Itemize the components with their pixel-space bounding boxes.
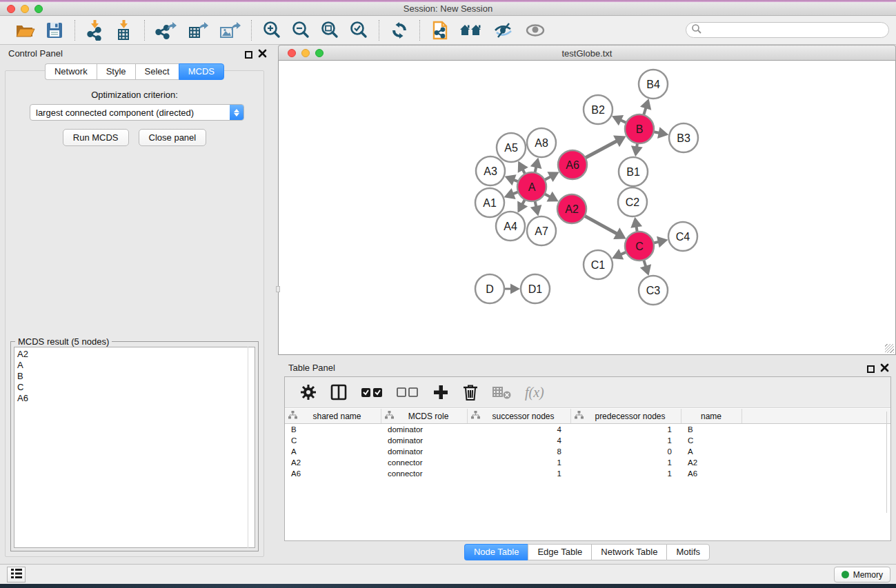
- graph-node-B2[interactable]: B2: [584, 95, 613, 124]
- tab-network[interactable]: Network: [45, 63, 97, 80]
- graph-node-A1[interactable]: A1: [475, 188, 504, 217]
- column-header-successor-nodes[interactable]: successor nodes: [468, 409, 571, 423]
- mcds-result-item[interactable]: A6: [17, 393, 255, 404]
- graph-node-C2[interactable]: C2: [618, 187, 647, 216]
- graph-node-D[interactable]: D: [475, 274, 504, 303]
- apply-layout-icon[interactable]: [390, 19, 409, 41]
- table-cell[interactable]: 1: [468, 469, 571, 478]
- graph-node-C1[interactable]: C1: [584, 250, 613, 279]
- table-cell[interactable]: A6: [285, 469, 381, 478]
- table-cell[interactable]: 1: [571, 436, 681, 445]
- close-icon[interactable]: [258, 48, 267, 61]
- memory-button[interactable]: Memory: [834, 567, 890, 582]
- table-cell[interactable]: A: [285, 447, 381, 456]
- new-network-from-selection-icon[interactable]: [430, 19, 450, 41]
- graph-node-C4[interactable]: C4: [668, 222, 697, 251]
- export-table-icon[interactable]: [187, 19, 209, 41]
- table-row[interactable]: A6connector11A6: [285, 468, 890, 479]
- table-cell[interactable]: dominator: [381, 436, 468, 445]
- table-row[interactable]: Bdominator41B: [285, 424, 890, 435]
- import-table-icon[interactable]: [115, 19, 134, 41]
- table-cell[interactable]: 0: [571, 447, 681, 456]
- graph-node-A2[interactable]: A2: [557, 194, 586, 223]
- table-cell[interactable]: connector: [381, 458, 468, 467]
- zoom-selected-icon[interactable]: [349, 19, 368, 41]
- network-graph[interactable]: AA1A2A3A4A5A6A7A8BB1B2B3B4CC1C2C3C4DD1: [279, 61, 895, 354]
- mcds-result-list[interactable]: A2ABCA6: [14, 347, 255, 548]
- select-all-icon[interactable]: [360, 385, 384, 400]
- table-cell[interactable]: C: [681, 436, 742, 445]
- network-window-titlebar[interactable]: testGlobe.txt: [278, 45, 896, 61]
- close-icon[interactable]: [880, 363, 889, 375]
- mcds-list-scrollbar[interactable]: [248, 347, 250, 548]
- node-table[interactable]: shared nameMCDS rolesuccessor nodesprede…: [285, 409, 890, 479]
- table-cell[interactable]: B: [285, 425, 381, 434]
- table-cell[interactable]: A2: [681, 458, 742, 467]
- column-header-predecessor-nodes[interactable]: predecessor nodes: [571, 409, 681, 423]
- table-cell[interactable]: 8: [468, 447, 571, 456]
- table-row[interactable]: A2connector11A2: [285, 457, 890, 468]
- column-header-name[interactable]: name: [681, 409, 742, 423]
- criterion-select[interactable]: largest connected component (directed): [30, 104, 244, 121]
- tab-mcds[interactable]: MCDS: [179, 63, 224, 80]
- hide-selected-icon[interactable]: [492, 19, 515, 41]
- table-cell[interactable]: dominator: [381, 447, 468, 456]
- table-cell[interactable]: dominator: [381, 425, 468, 434]
- graph-node-A6[interactable]: A6: [558, 150, 587, 179]
- graph-node-B3[interactable]: B3: [669, 123, 698, 152]
- trash-icon[interactable]: [462, 383, 479, 401]
- add-icon[interactable]: [432, 383, 450, 401]
- export-image-icon[interactable]: [219, 19, 241, 41]
- tab-node-table[interactable]: Node Table: [464, 544, 528, 560]
- resize-grip-icon[interactable]: [885, 344, 894, 353]
- task-history-button[interactable]: [7, 567, 26, 582]
- table-cell[interactable]: A6: [681, 469, 742, 478]
- column-header-MCDS-role[interactable]: MCDS role: [381, 409, 468, 423]
- float-icon[interactable]: [867, 365, 875, 373]
- zoom-in-icon[interactable]: [262, 19, 281, 41]
- search-input[interactable]: [686, 22, 889, 38]
- graph-node-D1[interactable]: D1: [521, 274, 550, 303]
- graph-node-A7[interactable]: A7: [527, 216, 556, 245]
- splitter-grip-icon[interactable]: [276, 286, 280, 292]
- table-cell[interactable]: A2: [285, 458, 381, 467]
- graph-node-A8[interactable]: A8: [527, 128, 556, 157]
- table-row[interactable]: Adominator80A: [285, 446, 890, 457]
- zoom-fit-icon[interactable]: [320, 19, 339, 41]
- table-scrollbar[interactable]: [886, 412, 888, 513]
- table-cell[interactable]: 1: [571, 469, 681, 478]
- tab-style[interactable]: Style: [97, 63, 135, 80]
- table-cell[interactable]: C: [285, 436, 381, 445]
- open-file-icon[interactable]: [14, 19, 35, 41]
- float-icon[interactable]: [245, 51, 252, 59]
- table-cell[interactable]: 1: [571, 458, 681, 467]
- table-cell[interactable]: 1: [571, 425, 681, 434]
- deselect-all-icon[interactable]: [396, 385, 419, 400]
- import-network-icon[interactable]: [86, 19, 105, 41]
- network-canvas[interactable]: AA1A2A3A4A5A6A7A8BB1B2B3B4CC1C2C3C4DD1: [278, 61, 896, 355]
- tab-select[interactable]: Select: [135, 63, 179, 80]
- graph-node-A5[interactable]: A5: [497, 133, 526, 162]
- columns-icon[interactable]: [330, 383, 348, 401]
- table-cell[interactable]: 4: [468, 425, 571, 434]
- graph-node-A[interactable]: A: [517, 172, 546, 201]
- tab-motifs[interactable]: Motifs: [666, 544, 710, 560]
- graph-node-B[interactable]: B: [625, 114, 654, 143]
- table-cell[interactable]: 4: [468, 436, 571, 445]
- mcds-result-item[interactable]: B: [17, 371, 255, 382]
- mcds-result-item[interactable]: C: [17, 382, 255, 393]
- table-cell[interactable]: 1: [468, 458, 571, 467]
- export-network-icon[interactable]: [155, 19, 177, 41]
- mcds-result-item[interactable]: A: [17, 360, 255, 371]
- zoom-out-icon[interactable]: [291, 19, 310, 41]
- graph-node-B1[interactable]: B1: [619, 157, 648, 186]
- run-mcds-button[interactable]: Run MCDS: [63, 129, 129, 146]
- tab-edge-table[interactable]: Edge Table: [528, 544, 591, 560]
- column-header-shared-name[interactable]: shared name: [285, 409, 381, 423]
- table-cell[interactable]: connector: [381, 469, 468, 478]
- table-cell[interactable]: A: [681, 447, 742, 456]
- save-session-icon[interactable]: [45, 19, 64, 41]
- graph-node-C[interactable]: C: [625, 232, 654, 261]
- table-cell[interactable]: B: [681, 425, 742, 434]
- graph-node-A3[interactable]: A3: [476, 156, 505, 185]
